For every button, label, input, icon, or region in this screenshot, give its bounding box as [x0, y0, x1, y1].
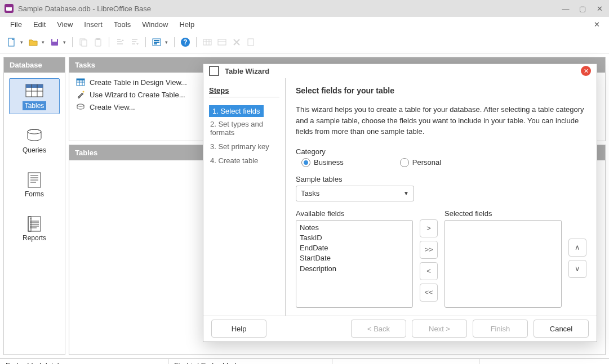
menu-bar: File Edit View Insert Tools Window Help …	[0, 17, 609, 32]
finish-button: Finish	[473, 320, 528, 338]
svg-rect-8	[96, 38, 100, 40]
sidebar-item-reports[interactable]: Reports	[9, 211, 60, 246]
sort-asc-button	[114, 36, 126, 48]
chevron-down-icon: ▼	[403, 190, 409, 196]
wizard-title-text: Table Wizard	[225, 67, 269, 75]
sidebar-item-tables[interactable]: Tables	[9, 78, 60, 114]
svg-rect-15	[203, 39, 211, 45]
wizard-titlebar[interactable]: Table Wizard ✕	[203, 64, 597, 78]
list-item[interactable]: TaskID	[300, 233, 409, 243]
status-bar: Embedded database Firebird Embedded	[0, 358, 609, 364]
svg-text:?: ?	[183, 38, 187, 46]
add-field-button[interactable]: >	[420, 219, 438, 237]
new-dropdown-icon[interactable]: ▾	[20, 39, 25, 45]
menu-insert[interactable]: Insert	[78, 18, 108, 31]
list-item[interactable]: EndDate	[300, 243, 409, 253]
menu-tools[interactable]: Tools	[108, 18, 136, 31]
help-button[interactable]: Help	[211, 320, 266, 338]
save-button[interactable]	[48, 36, 61, 48]
form-dropdown-icon[interactable]: ▾	[165, 39, 170, 45]
table-design-icon	[76, 78, 85, 87]
selected-fields-label: Selected fields	[444, 209, 562, 218]
available-fields-listbox[interactable]: NotesTaskIDEndDateStartDateDescription	[296, 220, 413, 308]
move-up-button[interactable]: ∧	[568, 239, 586, 257]
delete-button	[230, 36, 243, 48]
rename-button	[245, 36, 257, 48]
list-item[interactable]: Notes	[300, 223, 409, 233]
content-heading: Select fields for your table	[296, 86, 586, 95]
help-button[interactable]: ?	[179, 36, 192, 48]
radio-dot-icon	[400, 158, 409, 167]
view-icon	[76, 102, 85, 111]
status-right	[332, 359, 479, 364]
steps-pane: Steps 1. Select fields 2. Set types and …	[203, 78, 286, 316]
table-icon	[25, 82, 44, 99]
svg-rect-6	[82, 40, 87, 46]
status-far-right	[479, 359, 609, 364]
step-3[interactable]: 3. Set primary key	[209, 140, 279, 154]
task-label: Create Table in Design View...	[90, 78, 187, 87]
svg-rect-16	[218, 39, 226, 45]
available-fields-label: Available fields	[296, 209, 413, 218]
move-down-button[interactable]: ∨	[568, 260, 586, 278]
add-all-fields-button[interactable]: >>	[420, 241, 438, 259]
menu-view[interactable]: View	[51, 18, 78, 31]
database-sidebar: Database Tables Queries Forms Reports	[3, 57, 65, 355]
close-document-button[interactable]: ✕	[589, 18, 604, 31]
table-wizard-dialog: Table Wizard ✕ Steps 1. Select fields 2.…	[203, 64, 597, 342]
step-4[interactable]: 4. Create table	[209, 154, 279, 168]
maximize-button[interactable]: ▢	[577, 3, 588, 14]
cancel-button[interactable]: Cancel	[534, 320, 589, 338]
list-item[interactable]: Description	[300, 264, 409, 274]
save-dropdown-icon[interactable]: ▾	[63, 39, 68, 45]
sample-tables-select[interactable]: Tasks ▼	[296, 186, 414, 201]
form-button[interactable]	[150, 36, 163, 48]
radio-business[interactable]: Business	[301, 158, 344, 167]
main-toolbar: ▾ ▾ ▾ ▾ ?	[0, 32, 609, 53]
open-dropdown-icon[interactable]: ▾	[42, 39, 46, 45]
status-left: Embedded database	[0, 359, 168, 364]
new-table-button	[201, 36, 214, 48]
wizard-close-button[interactable]: ✕	[581, 66, 591, 76]
status-mid: Firebird Embedded	[168, 359, 332, 364]
copy-button	[77, 36, 90, 48]
open-button[interactable]	[27, 36, 39, 48]
svg-rect-1	[6, 6, 12, 7]
selected-fields-listbox[interactable]	[444, 220, 562, 308]
select-value: Tasks	[301, 189, 319, 197]
sidebar-item-label: Tables	[23, 101, 47, 110]
sidebar-item-forms[interactable]: Forms	[9, 167, 60, 202]
window-titlebar: Sample Database.odb - LibreOffice Base —…	[0, 0, 609, 17]
sort-desc-button	[128, 36, 141, 48]
content-description: This wizard helps you to create a table …	[296, 104, 586, 137]
queries-icon	[25, 127, 44, 144]
svg-rect-12	[154, 43, 157, 44]
radio-dot-icon	[301, 158, 310, 167]
new-button[interactable]	[6, 36, 18, 48]
task-label: Use Wizard to Create Table...	[90, 91, 185, 99]
new-query-button	[216, 36, 228, 48]
paste-button	[92, 36, 104, 48]
close-window-button[interactable]: ✕	[594, 3, 604, 14]
minimize-button[interactable]: —	[561, 3, 571, 14]
svg-rect-4	[52, 39, 57, 42]
forms-icon	[25, 171, 44, 188]
svg-rect-11	[154, 42, 159, 43]
list-item[interactable]: StartDate	[300, 253, 409, 263]
menu-edit[interactable]: Edit	[28, 18, 51, 31]
step-2[interactable]: 2. Set types and formats	[209, 117, 279, 140]
menu-file[interactable]: File	[5, 18, 28, 31]
sidebar-item-queries[interactable]: Queries	[9, 123, 60, 158]
menu-help[interactable]: Help	[174, 18, 200, 31]
remove-field-button[interactable]: <	[420, 262, 438, 280]
sidebar-header: Database	[4, 57, 65, 73]
svg-rect-26	[77, 79, 85, 80]
remove-all-fields-button[interactable]: <<	[420, 284, 438, 302]
category-label: Category	[296, 147, 586, 156]
sample-tables-label: Sample tables	[296, 175, 586, 183]
step-1[interactable]: 1. Select fields	[209, 105, 264, 117]
next-button: Next >	[412, 320, 467, 338]
menu-window[interactable]: Window	[136, 18, 174, 31]
radio-personal[interactable]: Personal	[400, 158, 441, 167]
svg-rect-10	[154, 40, 159, 41]
